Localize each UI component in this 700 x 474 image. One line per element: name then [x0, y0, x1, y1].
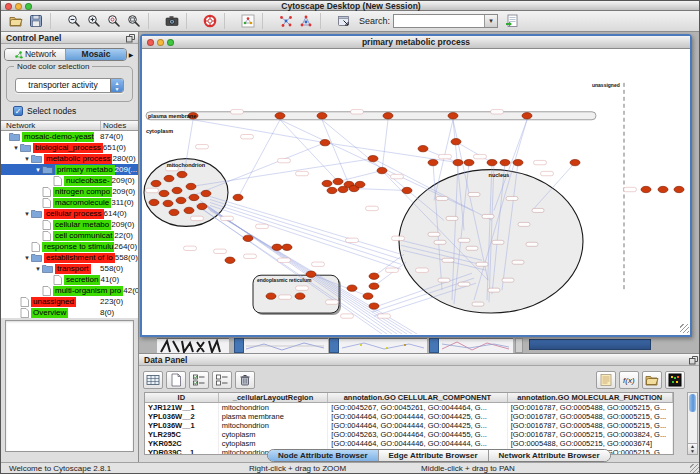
tree-row[interactable]: nucleobase-209(0) [1, 175, 138, 186]
float-panel-icon[interactable] [689, 356, 698, 368]
table-column-header[interactable]: annotation.GO MOLECULAR_FUNCTION [508, 393, 673, 402]
tab-edge-attribute-browser[interactable]: Edge Attribute Browser [379, 450, 489, 461]
graph-node[interactable] [164, 175, 174, 181]
table-row[interactable]: YJR121W__1mitochondrion[GO:0045267, GO:0… [145, 403, 673, 412]
scrollbar-thumb[interactable] [689, 394, 696, 412]
node-color-dropdown[interactable]: transporter activity ▲▼ [15, 78, 124, 93]
graph-node[interactable] [275, 113, 285, 119]
graph-node[interactable] [201, 190, 211, 196]
table-column-header[interactable]: ID [145, 393, 219, 402]
tree-row[interactable]: response to stimulu264(0) [1, 241, 138, 252]
table-row[interactable]: YKR052Ccytoplasm[GO:0044464, GO:0044446,… [145, 439, 673, 448]
graph-edge[interactable] [210, 202, 401, 264]
table-row[interactable]: YLR295Ccytoplasm[GO:0045263, GO:0044464,… [145, 430, 673, 439]
graph-node[interactable] [369, 303, 379, 309]
graph-node[interactable] [368, 155, 378, 161]
graph-node[interactable] [184, 207, 194, 213]
table-column-header[interactable]: annotation.GO CELLULAR_COMPONENT [328, 393, 507, 402]
app-resize-grip[interactable] [690, 464, 699, 473]
graph-node[interactable] [674, 186, 684, 192]
tab-overflow-arrow-icon[interactable]: ▶ [127, 51, 135, 58]
tab-network[interactable]: Network [5, 49, 66, 60]
graph-node[interactable] [327, 187, 337, 193]
graph-node[interactable] [402, 187, 412, 193]
graph-node[interactable] [383, 113, 393, 119]
zoom-out-button[interactable] [65, 13, 82, 30]
network-graph[interactable]: plasma membranecytoplasmmitochondrionnuc… [142, 49, 690, 334]
graph-node[interactable] [347, 285, 357, 291]
graph-edge[interactable] [374, 254, 404, 276]
graph-edge[interactable] [210, 205, 401, 269]
graph-node[interactable] [369, 283, 379, 289]
graph-node[interactable] [177, 171, 187, 177]
import-table-button[interactable] [503, 13, 520, 30]
float-panel-icon[interactable] [126, 34, 135, 46]
tree-row[interactable]: multi-organism pro42(0) [1, 285, 138, 296]
graph-node[interactable] [225, 257, 235, 263]
graph-node[interactable] [186, 183, 196, 189]
graph-edge[interactable] [280, 120, 338, 182]
graph-node[interactable] [658, 186, 668, 192]
window-resize-grip[interactable] [680, 324, 689, 333]
graph-node[interactable] [149, 199, 159, 205]
graph-node[interactable] [172, 187, 182, 193]
tree-row[interactable]: ▼cellular process614(0) [1, 208, 138, 219]
graph-node[interactable] [428, 159, 438, 165]
expand-arrow-icon[interactable]: ▼ [34, 266, 42, 272]
annotation-button[interactable] [335, 13, 352, 30]
graph-node[interactable] [355, 181, 365, 187]
graph-edge[interactable] [322, 120, 349, 185]
graph-node[interactable] [159, 190, 169, 196]
tree-row[interactable]: mosaic-demo-yeast874(0) [1, 131, 138, 142]
tab-mosaic[interactable]: Mosaic [66, 49, 126, 60]
layout-b-button[interactable] [297, 13, 314, 30]
snapshot-button[interactable] [163, 13, 180, 30]
tree-row[interactable]: secretion41(0) [1, 274, 138, 285]
tree-row[interactable]: macromolecule311(0) [1, 197, 138, 208]
delete-attribute-button[interactable] [235, 371, 255, 389]
open-file-button[interactable] [7, 13, 24, 30]
graph-edge[interactable] [325, 143, 458, 163]
graph-node[interactable] [464, 159, 474, 165]
graph-node[interactable] [176, 197, 186, 203]
search-dropdown-button[interactable]: ▾ [484, 15, 497, 27]
graph-edge[interactable] [338, 171, 382, 182]
layout-a-button[interactable] [277, 13, 294, 30]
graph-edge[interactable] [193, 120, 325, 143]
scrollbar-arrows[interactable]: ▲▼ [688, 443, 697, 454]
zoom-selected-button[interactable] [105, 13, 122, 30]
expand-arrow-icon[interactable]: ▼ [12, 145, 20, 151]
graph-node[interactable] [369, 273, 379, 279]
graph-node[interactable] [272, 244, 282, 250]
graph-node[interactable] [363, 293, 373, 299]
zoom-fit-button[interactable] [125, 13, 142, 30]
graph-node[interactable] [233, 194, 243, 200]
unselect-attributes-button[interactable] [212, 371, 232, 389]
matrix-browser-button[interactable] [665, 371, 685, 389]
graph-node[interactable] [487, 159, 497, 165]
tree-row[interactable]: Overview8(0) [1, 307, 138, 318]
graph-node[interactable] [243, 235, 253, 241]
graph-node[interactable] [500, 159, 510, 165]
graph-node[interactable] [418, 145, 428, 151]
function-button[interactable]: f(x) [619, 371, 639, 389]
tree-row[interactable]: cellular metabo209(0) [1, 219, 138, 230]
graph-node[interactable] [169, 209, 179, 215]
expand-arrow-icon[interactable]: ▼ [23, 156, 31, 162]
select-attributes-button[interactable] [189, 371, 209, 389]
graph-node[interactable] [151, 180, 161, 186]
birdseye-view[interactable] [5, 320, 134, 452]
graph-node[interactable] [333, 178, 343, 184]
select-nodes-checkbox[interactable]: ✓ [13, 106, 23, 116]
table-row[interactable]: YPL036W__1mitochondrion[GO:0044464, GO:0… [145, 421, 673, 430]
tree-row[interactable]: ▼biological_process651(0) [1, 142, 138, 153]
load-attributes-button[interactable] [642, 371, 662, 389]
new-attribute-button[interactable] [166, 371, 186, 389]
notes-button[interactable] [596, 371, 616, 389]
graph-node[interactable] [163, 200, 173, 206]
graph-node[interactable] [570, 159, 580, 165]
graph-node[interactable] [513, 159, 523, 165]
attribute-grid-button[interactable] [143, 371, 163, 389]
graph-node[interactable] [197, 203, 207, 209]
search-input[interactable] [394, 15, 484, 27]
